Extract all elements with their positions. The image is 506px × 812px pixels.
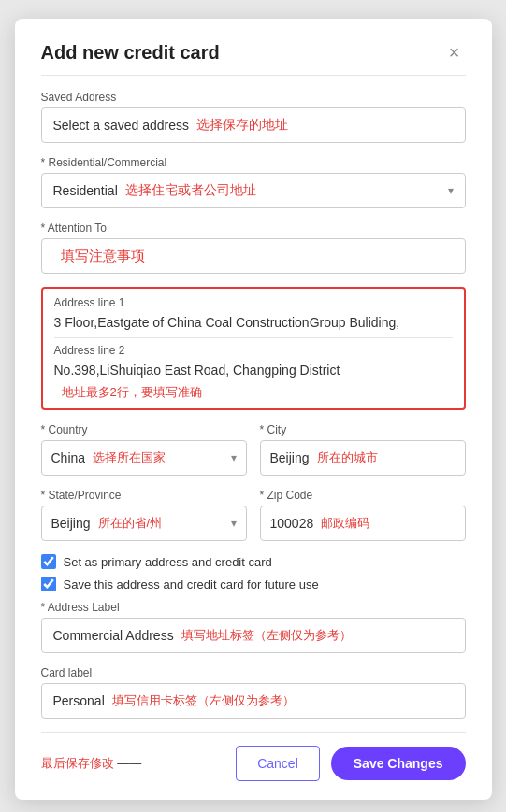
add-credit-card-modal: Add new credit card × Saved Address Sele…: [15, 19, 492, 800]
zip-annotation: 邮政编码: [321, 515, 455, 532]
state-col: * State/Province Beijing 所在的省/州 ▾: [41, 489, 247, 541]
attention-to-input-wrapper[interactable]: 填写注意事项: [41, 238, 466, 274]
attention-to-section: * Attention To 填写注意事项: [41, 221, 466, 274]
modal-footer: 最后保存修改 —— Cancel Save Changes: [41, 732, 466, 781]
save-checkbox[interactable]: [41, 577, 56, 591]
country-city-row: * Country China 选择所在国家 ▾ * City Beijing …: [41, 423, 466, 476]
address-line2-input[interactable]: [54, 361, 453, 379]
card-label-value: Personal: [53, 693, 105, 708]
address-label-value: Commercial Address: [53, 628, 174, 643]
zip-col: * Zip Code 100028 邮政编码: [260, 489, 466, 541]
card-label-annotation: 填写信用卡标签（左侧仅为参考）: [112, 692, 454, 709]
address-group: Address line 1 Address line 2 地址最多2行，要填写…: [41, 287, 466, 410]
address-label-label: * Address Label: [41, 601, 466, 614]
state-label: * State/Province: [41, 489, 247, 502]
card-label-label: Card label: [41, 666, 466, 679]
residential-value: Residential: [53, 183, 118, 198]
zip-value: 100028: [270, 516, 314, 531]
residential-annotation: 选择住宅或者公司地址: [125, 182, 448, 199]
city-annotation: 所在的城市: [317, 449, 455, 466]
residential-label: * Residential/Commercial: [41, 156, 466, 169]
country-value: China: [51, 450, 86, 465]
modal-title: Add new credit card: [41, 42, 220, 64]
attention-to-annotation: 填写注意事项: [61, 248, 145, 265]
save-checkbox-label: Save this address and credit card for fu…: [64, 577, 319, 591]
state-annotation: 所在的省/州: [98, 515, 231, 532]
address-label-section: * Address Label Commercial Address 填写地址标…: [41, 601, 466, 653]
address-annotation: 地址最多2行，要填写准确: [62, 385, 202, 399]
save-checkbox-row: Save this address and credit card for fu…: [41, 577, 466, 591]
cancel-button[interactable]: Cancel: [236, 746, 320, 781]
address-line1-label: Address line 1: [54, 296, 453, 309]
city-value: Beijing: [270, 450, 310, 465]
footer-annotation: 最后保存修改 ——: [41, 755, 225, 772]
zip-label: * Zip Code: [260, 489, 466, 502]
city-label: * City: [260, 423, 466, 436]
primary-checkbox-row: Set as primary address and credit card: [41, 554, 466, 569]
state-chevron-icon: ▾: [231, 517, 237, 530]
attention-to-label: * Attention To: [41, 221, 466, 235]
saved-address-placeholder: Select a saved address: [53, 118, 190, 133]
card-label-section: Card label Personal 填写信用卡标签（左侧仅为参考）: [41, 666, 466, 719]
saved-address-label: Saved Address: [41, 91, 466, 104]
address-line2-label: Address line 2: [54, 344, 453, 357]
country-label: * Country: [41, 423, 247, 436]
save-changes-button[interactable]: Save Changes: [331, 747, 466, 780]
residential-section: * Residential/Commercial Residential 选择住…: [41, 156, 466, 208]
primary-checkbox-label: Set as primary address and credit card: [64, 555, 272, 569]
primary-checkbox[interactable]: [41, 554, 56, 569]
address-label-annotation: 填写地址标签（左侧仅为参考）: [181, 627, 454, 644]
country-annotation: 选择所在国家: [93, 449, 230, 466]
residential-chevron-icon: ▾: [448, 184, 454, 197]
close-button[interactable]: ×: [443, 41, 466, 64]
state-value: Beijing: [51, 516, 91, 531]
city-col: * City Beijing 所在的城市: [260, 423, 466, 476]
saved-address-section: Saved Address Select a saved address 选择保…: [41, 91, 466, 143]
saved-address-annotation: 选择保存的地址: [196, 117, 288, 134]
state-zip-row: * State/Province Beijing 所在的省/州 ▾ * Zip …: [41, 489, 466, 541]
modal-header: Add new credit card ×: [41, 41, 466, 76]
country-chevron-icon: ▾: [231, 451, 237, 464]
country-col: * Country China 选择所在国家 ▾: [41, 423, 247, 476]
address-line1-input[interactable]: [54, 313, 453, 332]
